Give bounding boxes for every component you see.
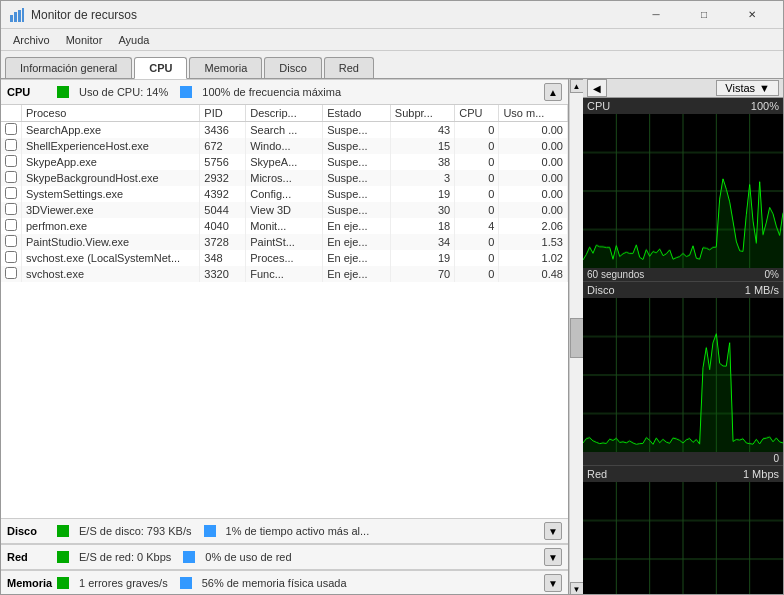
table-row[interactable]: ShellExperienceHost.exe672Windo...Suspe.… [1,138,568,154]
cpu-usage-text: Uso de CPU: 14% [79,86,168,98]
disco-chart-bottom: 0 [583,452,783,465]
red-section-header[interactable]: Red E/S de red: 0 Kbps 0% de uso de red … [1,544,568,570]
svg-rect-0 [10,15,13,22]
col-subpr[interactable]: Subpr... [390,105,454,122]
col-cpu[interactable]: CPU [455,105,499,122]
col-descrip[interactable]: Descrip... [246,105,323,122]
row-checkbox[interactable] [5,235,17,247]
cpu-chart-bottom-right: 0% [765,269,779,280]
table-cell: 4040 [200,218,246,234]
col-usom[interactable]: Uso m... [499,105,568,122]
table-cell: SkypeApp.exe [22,154,200,170]
cpu-chart-label: CPU [587,100,610,112]
disco-chart-bottom-right: 0 [773,453,779,464]
nav-prev-button[interactable]: ◀ [587,79,607,97]
right-panel: ◀ Vistas ▼ CPU 100% 60 segundos 0% Disco [583,79,783,595]
cpu-stat1: Uso de CPU: 14% [57,86,168,98]
tab-memoria[interactable]: Memoria [189,57,262,78]
table-cell: SystemSettings.exe [22,186,200,202]
table-cell: Suspe... [323,122,391,139]
table-row[interactable]: 3DViewer.exe5044View 3DSuspe...3000.00 [1,202,568,218]
disco-chart-label: Disco [587,284,615,296]
row-checkbox[interactable] [5,139,17,151]
table-row[interactable]: SkypeBackgroundHost.exe2932Micros...Susp… [1,170,568,186]
memoria-collapse-button[interactable]: ▼ [544,574,562,592]
col-estado[interactable]: Estado [323,105,391,122]
cpu-canvas [583,114,783,268]
table-cell: Monit... [246,218,323,234]
row-checkbox[interactable] [5,155,17,167]
col-pid[interactable]: PID [200,105,246,122]
scroll-up-button[interactable]: ▲ [570,79,584,93]
table-cell: 19 [390,186,454,202]
row-checkbox[interactable] [5,171,17,183]
cpu-table-section: Proceso PID Descrip... Estado Subpr... C… [1,105,568,518]
table-row[interactable]: SystemSettings.exe4392Config...Suspe...1… [1,186,568,202]
main-layout: CPU Uso de CPU: 14% 100% de frecuencia m… [1,79,783,595]
tab-cpu[interactable]: CPU [134,57,187,79]
table-cell: 4392 [200,186,246,202]
table-row[interactable]: PaintStudio.View.exe3728PaintSt...En eje… [1,234,568,250]
cpu-collapse-button[interactable]: ▲ [544,83,562,101]
cpu-section-header[interactable]: CPU Uso de CPU: 14% 100% de frecuencia m… [1,79,568,105]
red-stat2-text: 0% de uso de red [205,551,291,563]
menu-monitor[interactable]: Monitor [58,32,111,48]
process-table-body: SearchApp.exe3436Search ...Suspe...4300.… [1,122,568,283]
disco-canvas [583,298,783,452]
row-checkbox[interactable] [5,251,17,263]
process-table-container[interactable]: Proceso PID Descrip... Estado Subpr... C… [1,105,568,518]
row-checkbox[interactable] [5,203,17,215]
disco-section-header[interactable]: Disco E/S de disco: 793 KB/s 1% de tiemp… [1,518,568,544]
table-row[interactable]: SearchApp.exe3436Search ...Suspe...4300.… [1,122,568,139]
cpu-blue-indicator [180,86,192,98]
cpu-green-indicator [57,86,69,98]
table-cell: Suspe... [323,186,391,202]
col-proceso[interactable]: Proceso [22,105,200,122]
row-checkbox[interactable] [5,123,17,135]
disco-collapse-button[interactable]: ▼ [544,522,562,540]
red-collapse-button[interactable]: ▼ [544,548,562,566]
tab-informacion-general[interactable]: Información general [5,57,132,78]
menu-archivo[interactable]: Archivo [5,32,58,48]
tab-red[interactable]: Red [324,57,374,78]
disco-stat2-text: 1% de tiempo activo más al... [226,525,370,537]
scroll-down-button[interactable]: ▼ [570,582,584,595]
table-cell: 0 [455,250,499,266]
red-stat1-text: E/S de red: 0 Kbps [79,551,171,563]
col-checkbox[interactable] [1,105,22,122]
table-row[interactable]: svchost.exe3320Func...En eje...7000.48 [1,266,568,282]
table-cell: 0 [455,154,499,170]
table-cell: 2932 [200,170,246,186]
table-cell: 0.00 [499,122,568,139]
vistas-button[interactable]: Vistas ▼ [716,80,779,96]
tab-disco[interactable]: Disco [264,57,322,78]
table-cell: Proces... [246,250,323,266]
maximize-button[interactable]: □ [681,2,727,28]
left-scrollbar[interactable]: ▲ ▼ [569,79,583,595]
memoria-stat1-text: 1 errores graves/s [79,577,168,589]
memoria-section-header[interactable]: Memoria 1 errores graves/s 56% de memori… [1,570,568,595]
table-row[interactable]: SkypeApp.exe5756SkypeA...Suspe...3800.00 [1,154,568,170]
memoria-stat2: 56% de memoria física usada [180,577,347,589]
row-checkbox[interactable] [5,187,17,199]
tab-bar: Información general CPU Memoria Disco Re… [1,51,783,79]
vistas-dropdown-icon: ▼ [759,82,770,94]
row-checkbox[interactable] [5,267,17,279]
cpu-chart-right: 100% [751,100,779,112]
close-button[interactable]: ✕ [729,2,775,28]
cpu-chart-labels: CPU 100% [583,98,783,114]
vistas-label: Vistas [725,82,755,94]
memoria-label: Memoria [7,577,57,589]
table-cell: svchost.exe [22,266,200,282]
menu-ayuda[interactable]: Ayuda [110,32,157,48]
table-cell: 348 [200,250,246,266]
svg-rect-1 [14,12,17,22]
minimize-button[interactable]: ─ [633,2,679,28]
row-checkbox[interactable] [5,219,17,231]
memoria-stats: 1 errores graves/s 56% de memoria física… [57,577,347,589]
table-row[interactable]: svchost.exe (LocalSystemNet...348Proces.… [1,250,568,266]
scroll-thumb[interactable] [570,318,584,358]
table-row[interactable]: perfmon.exe4040Monit...En eje...1842.06 [1,218,568,234]
red-chart-label: Red [587,468,607,480]
table-cell: 19 [390,250,454,266]
